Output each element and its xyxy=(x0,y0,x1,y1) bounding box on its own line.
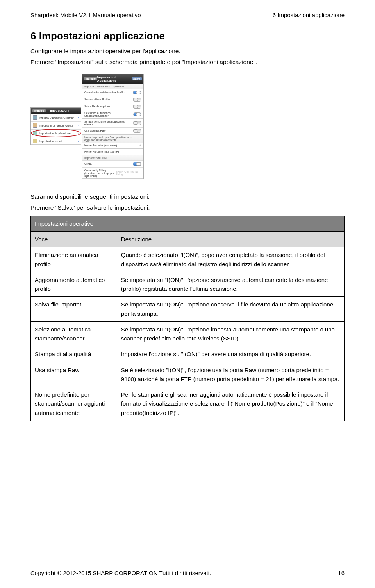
text-input-row[interactable]: Community String (inserisci una stringa … xyxy=(82,167,143,179)
table-group-title: Impostazioni operative xyxy=(31,216,345,231)
section-header: Impostazioni Pannello Operativo xyxy=(82,84,143,89)
table-row: Aggiornamento automatico profiloSe impos… xyxy=(31,272,345,297)
setting-description: Se impostata su "I(ON)", l'opzione sovra… xyxy=(117,272,344,297)
header-right: 6 Impostazioni applicazione xyxy=(273,12,345,18)
app-settings-panel: Indietro Impostazioni Applicazione Salva… xyxy=(82,74,144,179)
table-row: Stampa di alta qualitàImpostare l'opzion… xyxy=(31,346,345,362)
page-number: 16 xyxy=(338,570,345,576)
back-button[interactable]: Indietro xyxy=(32,109,46,112)
panel-titlebar: Indietro Impostazioni xyxy=(31,108,81,114)
settings-list-item[interactable]: Imposta Stampante/Scanner › xyxy=(31,114,81,121)
setting-description: Impostare l'opzione su "I(ON)" per avere… xyxy=(117,346,344,362)
toggle-switch[interactable] xyxy=(133,98,141,102)
printer-icon xyxy=(33,115,38,120)
option-row[interactable]: Nome Prodotto (Indirizzo IP) xyxy=(82,149,143,155)
back-button[interactable]: Indietro xyxy=(84,77,97,80)
setting-name: Usa stampa Raw xyxy=(31,362,117,387)
toggle-switch[interactable] xyxy=(133,162,141,166)
setting-name: Aggiornamento automatico profilo xyxy=(31,272,117,297)
setting-description: Se impostata su "I(ON)", l'opzione impos… xyxy=(117,321,344,346)
table-row: Nome predefinito per stampanti/scanner a… xyxy=(31,387,345,421)
setting-description: Per le stampanti e gli scanner aggiunti … xyxy=(117,387,344,421)
toggle-switch[interactable] xyxy=(133,91,141,94)
running-header: Sharpdesk Mobile V2.1 Manuale operativo … xyxy=(30,12,345,18)
user-icon xyxy=(33,123,38,128)
section-header: Nome impostato per Stampanti/scanner agg… xyxy=(82,134,143,143)
page-footer: Copyright © 2012-2015 SHARP CORPORATION … xyxy=(30,570,345,576)
intro-line: Premere "Impostazioni" sulla schermata p… xyxy=(30,58,345,66)
toggle-row[interactable]: Sovrascrittura Profilo xyxy=(82,96,143,103)
toggle-row[interactable]: Selezione automatica Stampante/Scanner xyxy=(82,110,143,119)
table-column-header-row: Voce Descrizione xyxy=(31,232,345,247)
screenshot-figure: Indietro Impostazioni Imposta Stampante/… xyxy=(30,74,345,179)
intro-line: Configurare le impostazioni operative pe… xyxy=(30,47,345,55)
panel-titlebar: Indietro Impostazioni Applicazione Salva xyxy=(82,74,143,84)
toggle-row[interactable]: Cancellazione Automatica Profilo xyxy=(82,89,143,96)
table-row: Eliminazione automatica profiloQuando è … xyxy=(31,247,345,272)
chevron-right-icon: › xyxy=(78,132,79,135)
panel-title: Impostazioni Applicazione xyxy=(97,75,132,82)
toggle-switch[interactable] xyxy=(133,129,141,133)
table-col-header: Descrizione xyxy=(117,232,344,247)
setting-name: Eliminazione automatica profilo xyxy=(31,247,117,272)
chevron-right-icon: › xyxy=(78,124,79,127)
toggle-row[interactable]: Stringa per profilo stampa qualità eleva… xyxy=(82,119,143,127)
section-heading: 6 Impostazioni applicazione xyxy=(30,30,345,42)
text-field[interactable]: SNMP Community String xyxy=(116,170,141,176)
toggle-switch[interactable] xyxy=(133,121,141,125)
body-text: Premere "Salva" per salvare le impostazi… xyxy=(30,203,345,212)
panel-title: Impostazioni xyxy=(50,109,69,112)
setting-description: Se è selezionato "I(ON)", l'opzione usa … xyxy=(117,362,344,387)
chevron-right-icon: › xyxy=(78,140,79,143)
toggle-row[interactable]: Salva file da applicaz xyxy=(82,103,143,110)
setting-description: Se impostata su "I(ON)", l'opzione conse… xyxy=(117,297,344,322)
settings-list-item-highlighted[interactable]: Impostazioni Applicazione › xyxy=(31,129,81,137)
checkmark-icon: ✓ xyxy=(139,144,141,147)
page: Sharpdesk Mobile V2.1 Manuale operativo … xyxy=(0,0,375,588)
table-row: Selezione automatica stampante/scannerSe… xyxy=(31,321,345,346)
chevron-right-icon: › xyxy=(78,116,79,119)
setting-name: Selezione automatica stampante/scanner xyxy=(31,321,117,346)
header-left: Sharpdesk Mobile V2.1 Manuale operativo xyxy=(30,12,141,18)
setting-description: Quando è selezionato "I(ON)", dopo aver … xyxy=(117,247,344,272)
setting-name: Stampa di alta qualità xyxy=(31,346,117,362)
settings-table: Impostazioni operative Voce Descrizione … xyxy=(30,216,345,421)
option-row[interactable]: Nome Prodotto (posizione)✓ xyxy=(82,143,143,149)
settings-list-panel: Indietro Impostazioni Imposta Stampante/… xyxy=(30,107,81,145)
table-col-header: Voce xyxy=(31,232,117,247)
mail-icon xyxy=(33,139,38,143)
toggle-row[interactable]: Cerca xyxy=(82,160,143,167)
settings-list-item[interactable]: Imposta Informazioni Utente › xyxy=(31,121,81,129)
table-row: Usa stampa RawSe è selezionato "I(ON)", … xyxy=(31,362,345,387)
toggle-switch[interactable] xyxy=(133,112,141,116)
table-group-header: Impostazioni operative xyxy=(31,216,345,231)
app-settings-icon xyxy=(33,131,38,135)
body-text: Saranno disponibili le seguenti impostaz… xyxy=(30,192,345,201)
setting-name: Salva file importati xyxy=(31,297,117,322)
toggle-row[interactable]: Usa Stampa Raw xyxy=(82,127,143,134)
toggle-switch[interactable] xyxy=(133,105,141,109)
save-button[interactable]: Salva xyxy=(132,77,142,80)
section-header: Impostazioni SNMP xyxy=(82,155,143,160)
settings-list-item[interactable]: Impostazioni e-mail › xyxy=(31,137,81,145)
setting-name: Nome predefinito per stampanti/scanner a… xyxy=(31,387,117,421)
table-row: Salva file importatiSe impostata su "I(O… xyxy=(31,297,345,322)
copyright-text: Copyright © 2012-2015 SHARP CORPORATION … xyxy=(30,570,211,576)
